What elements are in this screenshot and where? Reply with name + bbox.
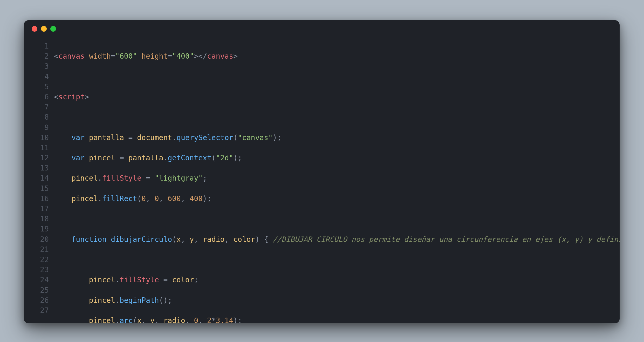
line-number: 24 bbox=[24, 275, 49, 285]
code-line[interactable]: pincel.fillStyle = color; bbox=[54, 275, 620, 285]
zoom-icon[interactable] bbox=[50, 26, 56, 32]
line-number: 16 bbox=[24, 194, 49, 204]
line-number: 18 bbox=[24, 214, 49, 224]
line-number: 26 bbox=[24, 295, 49, 305]
line-number: 14 bbox=[24, 173, 49, 183]
line-number: 7 bbox=[24, 102, 49, 112]
code-line[interactable] bbox=[54, 214, 620, 224]
line-number: 25 bbox=[24, 285, 49, 295]
line-number: 4 bbox=[24, 72, 49, 82]
line-number: 17 bbox=[24, 204, 49, 214]
code-area[interactable]: <canvas width="600" height="400"></canva… bbox=[54, 41, 620, 323]
line-number: 12 bbox=[24, 153, 49, 163]
close-icon[interactable] bbox=[32, 26, 37, 32]
line-number: 3 bbox=[24, 61, 49, 71]
line-number: 20 bbox=[24, 234, 49, 244]
code-line[interactable]: function dibujarCirculo(x, y, radio, col… bbox=[54, 234, 620, 244]
line-number-gutter: 1 2 3 4 5 6 7 8 9 10 11 12 13 14 15 16 1… bbox=[24, 41, 54, 323]
code-line[interactable]: <script> bbox=[54, 92, 620, 102]
code-line[interactable]: <canvas width="600" height="400"></canva… bbox=[54, 51, 620, 61]
line-number: 22 bbox=[24, 255, 49, 265]
code-line[interactable]: pincel.beginPath(); bbox=[54, 295, 620, 305]
code-editor-window: 1 2 3 4 5 6 7 8 9 10 11 12 13 14 15 16 1… bbox=[24, 20, 620, 323]
line-number: 23 bbox=[24, 265, 49, 275]
code-line[interactable]: var pincel = pantalla.getContext("2d"); bbox=[54, 153, 620, 163]
line-number: 19 bbox=[24, 224, 49, 234]
line-number: 10 bbox=[24, 133, 49, 143]
line-number: 8 bbox=[24, 112, 49, 122]
line-number: 1 bbox=[24, 41, 49, 51]
line-number: 27 bbox=[24, 305, 49, 316]
code-line[interactable]: var pantalla = document.querySelector("c… bbox=[54, 133, 620, 143]
line-number: 21 bbox=[24, 244, 49, 255]
line-number: 15 bbox=[24, 183, 49, 194]
code-line[interactable]: pincel.arc(x, y, radio, 0, 2*3.14); bbox=[54, 316, 620, 323]
editor-body[interactable]: 1 2 3 4 5 6 7 8 9 10 11 12 13 14 15 16 1… bbox=[24, 37, 620, 323]
line-number: 11 bbox=[24, 143, 49, 153]
line-number: 9 bbox=[24, 122, 49, 133]
code-line[interactable]: pincel.fillStyle = "lightgray"; bbox=[54, 173, 620, 183]
window-titlebar bbox=[24, 20, 620, 37]
code-line[interactable] bbox=[54, 72, 620, 82]
line-number: 6 bbox=[24, 92, 49, 102]
minimize-icon[interactable] bbox=[41, 26, 47, 32]
code-line[interactable] bbox=[54, 255, 620, 265]
code-line[interactable] bbox=[54, 112, 620, 122]
line-number: 5 bbox=[24, 82, 49, 92]
code-line[interactable]: pincel.fillRect(0, 0, 600, 400); bbox=[54, 194, 620, 204]
line-number: 13 bbox=[24, 163, 49, 173]
line-number: 2 bbox=[24, 51, 49, 61]
